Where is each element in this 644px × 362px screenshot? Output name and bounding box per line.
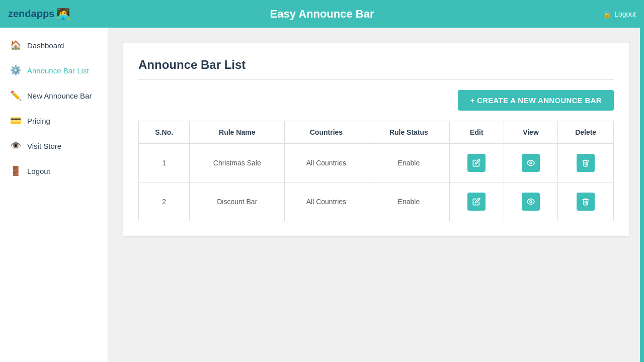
table-header-row: S.No. Rule Name Countries Rule Status Ed…	[139, 121, 614, 144]
table-row: 2 Discount Bar All Countries Enable	[139, 183, 614, 221]
app-header: zendapps 🧑‍💻 Easy Announce Bar 🔓 Logout	[0, 0, 644, 28]
sidebar-label-logout: Logout	[27, 167, 50, 175]
sidebar-item-new-announce-bar[interactable]: ✏️ New Announce Bar	[0, 83, 108, 108]
scrollbar-accent	[640, 28, 644, 362]
sidebar-label-visit-store: Visit Store	[27, 142, 61, 150]
cell-rule-name: Discount Bar	[190, 183, 285, 221]
svg-point-0	[530, 162, 532, 164]
logout-label: Logout	[614, 10, 636, 18]
sidebar-label-new-announce-bar: New Announce Bar	[27, 92, 92, 100]
svg-point-1	[530, 201, 532, 203]
sidebar-item-pricing[interactable]: 💳 Pricing	[0, 108, 108, 133]
view-button-2[interactable]	[522, 193, 540, 211]
cell-countries: All Countries	[285, 144, 368, 183]
col-rule-status: Rule Status	[368, 121, 449, 144]
new-announce-bar-icon: ✏️	[10, 90, 21, 101]
main-content: Announce Bar List + CREATE A NEW ANNOUNC…	[108, 28, 644, 362]
col-countries: Countries	[285, 121, 368, 144]
sidebar-item-logout[interactable]: 🚪 Logout	[0, 158, 108, 184]
logout-button[interactable]: 🔓 Logout	[603, 10, 636, 18]
cell-sno: 2	[139, 183, 190, 221]
sidebar-label-pricing: Pricing	[27, 117, 50, 125]
cell-sno: 1	[139, 144, 190, 183]
logo-text: zendapps	[8, 8, 54, 20]
cell-edit	[450, 144, 504, 183]
delete-button-1[interactable]	[577, 154, 595, 172]
sidebar-label-announce-bar-list: Announce Bar List	[27, 66, 89, 75]
edit-button-2[interactable]	[467, 193, 486, 211]
logout-icon: 🔓	[603, 10, 611, 18]
header-title: Easy Announce Bar	[270, 8, 374, 21]
cell-delete	[558, 144, 614, 183]
col-delete: Delete	[558, 121, 614, 144]
page-title: Announce Bar List	[138, 58, 614, 80]
view-button-1[interactable]	[522, 154, 540, 172]
cell-edit	[450, 183, 504, 221]
announce-bar-list-icon: ⚙️	[10, 65, 21, 76]
col-edit: Edit	[450, 121, 504, 144]
content-card: Announce Bar List + CREATE A NEW ANNOUNC…	[123, 43, 629, 236]
col-view: View	[504, 121, 558, 144]
cell-delete	[558, 183, 614, 221]
cell-status: Enable	[368, 183, 449, 221]
col-rule-name: Rule Name	[190, 121, 285, 144]
cell-view	[504, 183, 558, 221]
sidebar-label-dashboard: Dashboard	[27, 41, 64, 50]
cell-rule-name: Christmas Sale	[190, 144, 285, 183]
delete-button-2[interactable]	[577, 193, 595, 211]
main-layout: 🏠 Dashboard ⚙️ Announce Bar List ✏️ New …	[0, 28, 644, 362]
sidebar: 🏠 Dashboard ⚙️ Announce Bar List ✏️ New …	[0, 28, 108, 362]
logo: zendapps 🧑‍💻	[8, 8, 70, 21]
dashboard-icon: 🏠	[10, 40, 21, 51]
edit-button-1[interactable]	[467, 154, 486, 172]
sidebar-item-dashboard[interactable]: 🏠 Dashboard	[0, 33, 108, 58]
pricing-icon: 💳	[10, 115, 21, 126]
cell-view	[504, 144, 558, 183]
toolbar: + CREATE A NEW ANNOUNCE BAR	[138, 90, 614, 111]
sidebar-item-announce-bar-list[interactable]: ⚙️ Announce Bar List	[0, 58, 108, 83]
logo-icon: 🧑‍💻	[56, 8, 70, 21]
col-sno: S.No.	[139, 121, 190, 144]
sidebar-item-visit-store[interactable]: 👁️ Visit Store	[0, 133, 108, 158]
table-row: 1 Christmas Sale All Countries Enable	[139, 144, 614, 183]
announce-bar-table: S.No. Rule Name Countries Rule Status Ed…	[138, 121, 614, 221]
cell-status: Enable	[368, 144, 449, 183]
create-announce-bar-button[interactable]: + CREATE A NEW ANNOUNCE BAR	[458, 90, 614, 111]
sidebar-logout-icon: 🚪	[10, 165, 21, 176]
visit-store-icon: 👁️	[10, 140, 21, 151]
cell-countries: All Countries	[285, 183, 368, 221]
